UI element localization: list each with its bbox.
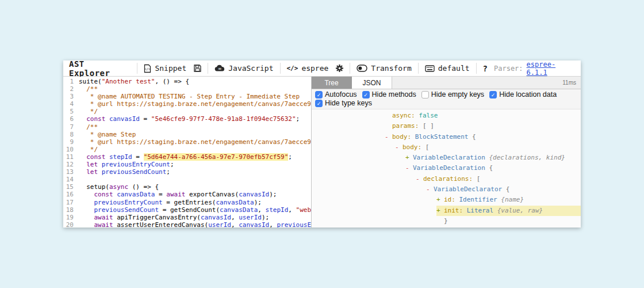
- tree-node[interactable]: -VariableDeclarator {: [312, 184, 581, 195]
- code-text: setup(async () => {: [79, 183, 159, 191]
- line-number: 18: [63, 206, 74, 214]
- code-token: previousEntryCount: [94, 199, 163, 206]
- code-token: () => {: [128, 183, 159, 191]
- svg-text:</>: </>: [144, 67, 151, 71]
- option-hide-type-keys[interactable]: ✓Hide type keys: [315, 99, 372, 107]
- tree-token: VariableDeclaration: [413, 164, 485, 172]
- tree-token: init:: [444, 207, 467, 214]
- editor-lines: 1suite("Another test", () => {2 /**3 * @…: [63, 78, 311, 228]
- tree-node[interactable]: +id: Identifier {name}: [312, 195, 581, 205]
- checkbox-checked[interactable]: ✓: [315, 91, 323, 98]
- keymap-button[interactable]: default: [424, 64, 471, 73]
- parser-button[interactable]: </> espree: [286, 64, 330, 73]
- tree-node[interactable]: +VariableDeclaration {declarations, kind…: [312, 153, 581, 163]
- code-token: ;: [170, 161, 174, 168]
- code-token: [105, 115, 109, 123]
- code-token: ,: [258, 206, 265, 214]
- code-text: previousSendCount = getSendCount(canvasD…: [79, 206, 311, 214]
- code-editor[interactable]: 1suite("Another test", () => {2 /**3 * @…: [63, 77, 311, 228]
- code-line: 17 previousEntryCount = getEntries(canva…: [63, 199, 311, 206]
- language-label: JavaScript: [228, 64, 273, 73]
- tree-token: params:: [392, 122, 423, 130]
- line-number: 6: [63, 115, 74, 123]
- tab-tree[interactable]: Tree: [312, 77, 352, 89]
- toolbar-separator: [418, 63, 419, 74]
- tree-node[interactable]: -VariableDeclaration {: [312, 163, 581, 173]
- collapse-toggle[interactable]: -: [416, 174, 423, 184]
- tree-token: {: [468, 133, 476, 141]
- code-line: 3 * @name AUTOMATED TESTING - Step Entry…: [63, 93, 311, 100]
- save-icon: [194, 65, 201, 72]
- language-button[interactable]: ∞ JavaScript: [213, 64, 274, 73]
- code-line: 8 * @name Step: [63, 131, 311, 138]
- code-token: * @name Step: [79, 131, 136, 138]
- code-text: await apiTriggerCanvasEntry(canvasId, us…: [79, 214, 269, 221]
- line-number: 19: [63, 214, 74, 221]
- code-token: /**: [79, 123, 98, 131]
- option-hide-location-data[interactable]: ✓Hide location data: [489, 90, 557, 98]
- tab-json[interactable]: JSON: [352, 77, 392, 89]
- code-token: [79, 221, 94, 228]
- toolbar: AST Explorer </> Snippet ∞ JavaScript </…: [63, 60, 581, 77]
- expand-toggle[interactable]: +: [436, 195, 444, 205]
- tree-node[interactable]: }: [312, 216, 581, 226]
- collapse-toggle[interactable]: -: [405, 163, 413, 173]
- code-token: */: [79, 108, 98, 115]
- expand-toggle[interactable]: +: [436, 206, 444, 216]
- tree-token: async:: [392, 112, 419, 119]
- collapse-toggle[interactable]: -: [395, 142, 402, 153]
- collapse-toggle[interactable]: -: [426, 184, 434, 195]
- code-text: * @url https://staging.braze.net/engagem…: [79, 138, 311, 146]
- tree-token: Literal: [467, 207, 493, 214]
- code-line: 2 /**: [63, 85, 311, 93]
- tree-token: {declarations, kind}: [485, 154, 565, 161]
- code-token: suite(: [79, 78, 102, 85]
- tree-node[interactable]: params: [ ]: [312, 121, 581, 131]
- checkbox-checked[interactable]: ✓: [489, 91, 497, 98]
- snippet-label: Snippet: [155, 64, 186, 73]
- tree-node[interactable]: +init: Literal {value, raw}: [312, 206, 581, 216]
- parser-version-link[interactable]: espree-6.1.1: [527, 60, 575, 77]
- line-number: 4: [63, 100, 74, 108]
- tree-panel: TreeJSON 11ms ✓Autofocus✓Hide methodsHid…: [311, 77, 581, 228]
- code-token: "Another test": [102, 78, 155, 85]
- transform-button[interactable]: Transform: [355, 64, 412, 73]
- code-token: ;: [288, 153, 292, 161]
- code-token: "5d64e744-a766-456a-97e7-970efb57cf59": [144, 153, 289, 161]
- code-token: canvasId: [239, 221, 269, 228]
- checkbox-checked[interactable]: ✓: [315, 100, 323, 107]
- svg-text:∞: ∞: [218, 66, 222, 71]
- tree-node[interactable]: -declarations: [: [312, 174, 581, 184]
- parser-info: Parser: espree-6.1.1: [494, 60, 575, 77]
- line-number: 10: [63, 146, 74, 153]
- tree-token: }: [444, 217, 448, 225]
- code-line: 6 const canvasId = "5e46cfe9-97f7-478e-9…: [63, 115, 311, 123]
- code-text: const stepId = "5d64e744-a766-456a-97e7-…: [79, 153, 292, 161]
- code-token: canvasData: [117, 191, 155, 198]
- tree-node[interactable]: -body: BlockStatement {: [312, 132, 581, 142]
- checkbox-checked[interactable]: ✓: [362, 91, 370, 98]
- code-text: * @url https://staging.braze.net/engagem…: [79, 100, 311, 108]
- line-number: 11: [63, 153, 74, 161]
- option-autofocus[interactable]: ✓Autofocus: [315, 90, 357, 98]
- option-hide-methods[interactable]: ✓Hide methods: [362, 90, 416, 98]
- tree-node[interactable]: async: false: [312, 111, 581, 121]
- tree-node[interactable]: -body: [: [312, 142, 581, 153]
- expand-toggle[interactable]: +: [405, 153, 413, 163]
- code-line: 7 /**: [63, 123, 311, 131]
- help-button[interactable]: ?: [482, 64, 489, 73]
- code-token: ;: [296, 115, 300, 123]
- code-token: await: [94, 214, 113, 221]
- save-button[interactable]: [193, 65, 202, 72]
- option-hide-empty-keys[interactable]: Hide empty keys: [421, 90, 484, 98]
- checkbox-unchecked[interactable]: [421, 91, 429, 98]
- parser-settings-button[interactable]: [335, 65, 344, 72]
- tree-node-content: -declarations: [: [416, 174, 581, 184]
- ast-tree: async: falseparams: [ ]-body: BlockState…: [312, 109, 581, 228]
- code-token: async: [109, 183, 128, 191]
- collapse-toggle[interactable]: -: [385, 132, 392, 142]
- snippet-button[interactable]: </> Snippet: [143, 64, 187, 73]
- line-number: 8: [63, 131, 74, 138]
- cloud-icon: ∞: [214, 65, 225, 72]
- toolbar-separator: [350, 63, 350, 74]
